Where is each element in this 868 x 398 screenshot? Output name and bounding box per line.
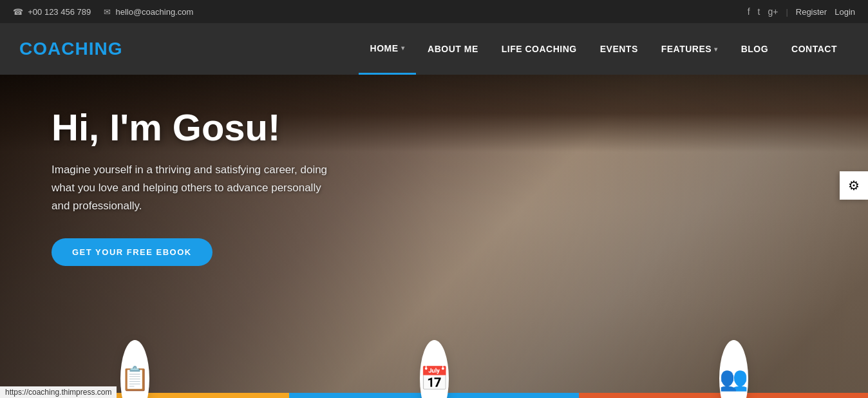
books-icon: 📋 (120, 365, 149, 392)
email-address: hello@coaching.com (115, 7, 193, 17)
topbar-right: f t g+ | Register Login (748, 6, 855, 17)
separator: | (786, 7, 788, 17)
nav-link-contact[interactable]: CONTACT (780, 23, 849, 75)
gear-icon: ⚙ (848, 178, 860, 193)
logo[interactable]: COACHING (19, 39, 122, 59)
nav-item-contact[interactable]: CONTACT (780, 23, 849, 75)
gplus-icon[interactable]: g+ (768, 6, 778, 17)
hero-section: Hi, I'm Gosu! Imagine yourself in a thri… (0, 75, 868, 398)
nav-item-life-coaching[interactable]: LIFE COACHING (490, 23, 589, 75)
email-icon: ✉ (104, 7, 111, 17)
facebook-icon[interactable]: f (748, 6, 750, 17)
urlbar: https://coaching.thimpress.com (0, 386, 117, 398)
twitter-icon[interactable]: t (758, 6, 760, 17)
hero-title: Hi, I'm Gosu! (52, 107, 328, 148)
nav-link-blog[interactable]: BLOG (730, 23, 780, 75)
circle-calendar[interactable]: 📅 (420, 340, 449, 398)
url-text: https://coaching.thimpress.com (5, 388, 111, 397)
nav-menu: HOME ▾ ABOUT ME LIFE COACHING EVENTS FEA… (359, 23, 849, 75)
gear-settings-button[interactable]: ⚙ (840, 171, 868, 200)
nav-arrow-home: ▾ (401, 44, 405, 52)
nav-item-blog[interactable]: BLOG (730, 23, 780, 75)
circle-books[interactable]: 📋 (120, 340, 149, 398)
nav-link-life-coaching[interactable]: LIFE COACHING (490, 23, 589, 75)
phone-icon: ☎ (13, 7, 23, 17)
nav-item-events[interactable]: EVENTS (589, 23, 650, 75)
phone-number: +00 123 456 789 (28, 7, 91, 17)
nav-link-about[interactable]: ABOUT ME (416, 23, 490, 75)
circle-people[interactable]: 👥 (719, 340, 748, 398)
hero-content: Hi, I'm Gosu! Imagine yourself in a thri… (52, 107, 328, 266)
topbar-left: ☎ +00 123 456 789 ✉ hello@coaching.com (13, 7, 193, 17)
nav-arrow-features: ▾ (714, 46, 718, 53)
nav-link-events[interactable]: EVENTS (589, 23, 650, 75)
people-icon: 👥 (719, 365, 748, 392)
bottom-circles: 📋 📅 👥 (0, 340, 868, 398)
nav-link-features[interactable]: FEATURES ▾ (650, 23, 730, 75)
nav-item-home[interactable]: HOME ▾ (359, 23, 417, 75)
phone-info: ☎ +00 123 456 789 (13, 7, 91, 17)
hero-cta-button[interactable]: GET YOUR FREE EBOOK (52, 238, 212, 266)
nav-item-about[interactable]: ABOUT ME (416, 23, 490, 75)
nav-link-home[interactable]: HOME ▾ (359, 23, 417, 75)
topbar: ☎ +00 123 456 789 ✉ hello@coaching.com f… (0, 0, 868, 23)
calendar-icon: 📅 (420, 365, 449, 392)
register-link[interactable]: Register (796, 7, 827, 17)
nav-item-features[interactable]: FEATURES ▾ (650, 23, 730, 75)
logo-text-blue: ING (89, 39, 123, 59)
navbar: COACHING HOME ▾ ABOUT ME LIFE COACHING E… (0, 23, 868, 75)
hero-subtitle: Imagine yourself in a thriving and satis… (52, 161, 328, 215)
logo-text-black: COACH (19, 39, 89, 59)
login-link[interactable]: Login (835, 7, 855, 17)
email-info: ✉ hello@coaching.com (104, 7, 193, 17)
